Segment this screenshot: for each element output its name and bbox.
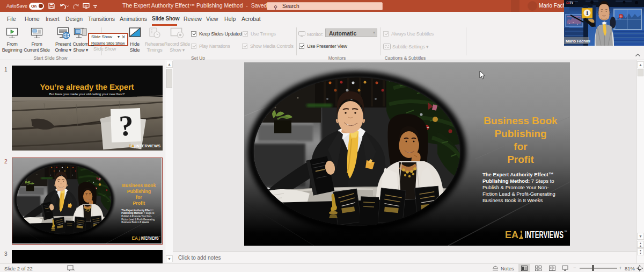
svg-text:EATV: EATV bbox=[566, 1, 574, 4]
svg-text:Mario Fachini: Mario Fachini bbox=[566, 39, 590, 44]
svg-text:1: 1 bbox=[586, 10, 589, 16]
